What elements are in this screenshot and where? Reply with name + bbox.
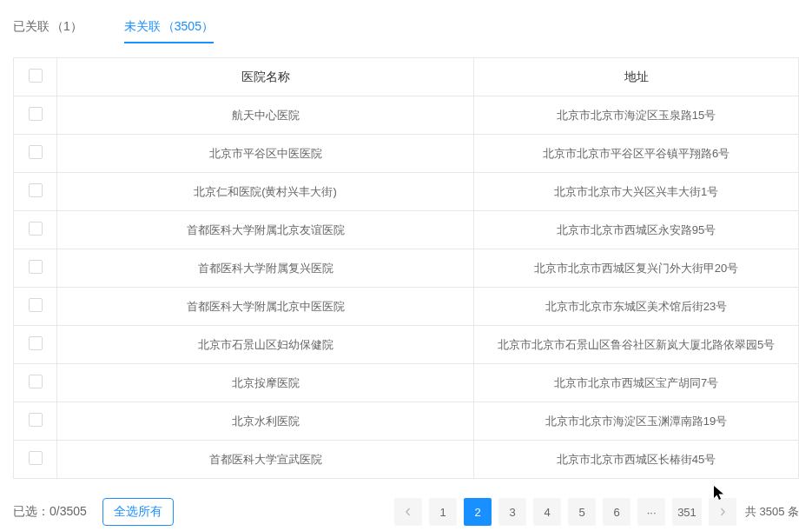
page-number-button[interactable]: 351 — [672, 498, 702, 526]
hospital-name-cell: 北京仁和医院(黄村兴丰大街) — [57, 173, 474, 211]
header-checkbox-cell — [14, 58, 57, 96]
pagination: 123456···351 共 3505 条 — [394, 498, 799, 526]
row-checkbox[interactable] — [29, 145, 43, 159]
chevron-left-icon — [404, 508, 413, 516]
hospital-name-cell: 首都医科大学宣武医院 — [57, 441, 474, 479]
row-checkbox[interactable] — [29, 107, 43, 121]
table-row: 首都医科大学附属复兴医院北京市北京市西城区复兴门外大街甲20号 — [14, 249, 799, 288]
table-row: 北京市石景山区妇幼保健院北京市北京市石景山区鲁谷社区新岚大厦北路依翠园5号 — [14, 326, 799, 364]
hospital-name-cell: 航天中心医院 — [57, 96, 474, 135]
row-checkbox-cell — [14, 364, 57, 402]
page-number-button[interactable]: 1 — [429, 498, 457, 526]
page-number-button[interactable]: 6 — [603, 498, 630, 526]
page-next-button[interactable] — [709, 498, 736, 526]
hospital-address-cell: 北京市北京市海淀区玉渊潭南路19号 — [474, 402, 799, 441]
table-row: 北京按摩医院北京市北京市西城区宝产胡同7号 — [14, 364, 799, 402]
hospital-name-cell: 北京水利医院 — [57, 402, 474, 441]
tab-count: （1） — [51, 19, 83, 35]
table-row: 北京市平谷区中医医院北京市北京市平谷区平谷镇平翔路6号 — [14, 135, 799, 173]
header-name: 医院名称 — [57, 58, 474, 96]
row-checkbox[interactable] — [29, 375, 43, 388]
hospital-address-cell: 北京市北京市西城区宝产胡同7号 — [474, 364, 799, 402]
hospital-address-cell: 北京市北京市平谷区平谷镇平翔路6号 — [474, 135, 799, 173]
row-checkbox-cell — [14, 96, 57, 135]
row-checkbox-cell — [14, 288, 57, 326]
select-all-checkbox[interactable] — [29, 69, 43, 83]
page-total-label: 共 3505 条 — [745, 504, 799, 520]
page-ellipsis[interactable]: ··· — [637, 498, 665, 526]
tab-count: （3505） — [162, 19, 214, 35]
tabs-bar: 已关联 （1） 未关联 （3505） — [13, 12, 799, 44]
hospital-table: 医院名称 地址 航天中心医院北京市北京市海淀区玉泉路15号北京市平谷区中医医院北… — [13, 57, 799, 479]
hospital-name-cell: 首都医科大学附属复兴医院 — [57, 249, 474, 288]
row-checkbox-cell — [14, 135, 57, 173]
page-number-button[interactable]: 3 — [498, 498, 526, 526]
tab-label: 已关联 — [13, 19, 50, 35]
page-number-button[interactable]: 2 — [464, 498, 492, 526]
row-checkbox-cell — [14, 402, 57, 441]
row-checkbox-cell — [14, 441, 57, 479]
hospital-address-cell: 北京市北京市石景山区鲁谷社区新岚大厦北路依翠园5号 — [474, 326, 799, 364]
selected-count-label: 已选：0/3505 — [13, 504, 87, 520]
table-row: 北京仁和医院(黄村兴丰大街)北京市北京市大兴区兴丰大街1号 — [14, 173, 799, 211]
page-prev-button[interactable] — [394, 498, 422, 526]
table-row: 北京水利医院北京市北京市海淀区玉渊潭南路19号 — [14, 402, 799, 441]
hospital-address-cell: 北京市北京市海淀区玉泉路15号 — [474, 96, 799, 135]
table-row: 航天中心医院北京市北京市海淀区玉泉路15号 — [14, 96, 799, 135]
hospital-name-cell: 北京按摩医院 — [57, 364, 474, 402]
hospital-name-cell: 北京市平谷区中医医院 — [57, 135, 474, 173]
tab-associated[interactable]: 已关联 （1） — [13, 12, 83, 43]
hospital-address-cell: 北京市北京市东城区美术馆后街23号 — [474, 288, 799, 326]
row-checkbox-cell — [14, 173, 57, 211]
hospital-name-cell: 首都医科大学附属北京友谊医院 — [57, 211, 474, 249]
row-checkbox[interactable] — [29, 260, 43, 274]
row-checkbox[interactable] — [29, 451, 43, 465]
page-number-button[interactable]: 5 — [568, 498, 596, 526]
row-checkbox-cell — [14, 211, 57, 249]
select-all-button[interactable]: 全选所有 — [102, 498, 174, 526]
page-number-button[interactable]: 4 — [533, 498, 561, 526]
hospital-address-cell: 北京市北京市大兴区兴丰大街1号 — [474, 173, 799, 211]
hospital-name-cell: 北京市石景山区妇幼保健院 — [57, 326, 474, 364]
row-checkbox[interactable] — [29, 222, 43, 236]
table-row: 首都医科大学附属北京中医医院北京市北京市东城区美术馆后街23号 — [14, 288, 799, 326]
row-checkbox-cell — [14, 249, 57, 288]
row-checkbox[interactable] — [29, 413, 43, 427]
row-checkbox[interactable] — [29, 336, 43, 350]
hospital-address-cell: 北京市北京市西城区复兴门外大街甲20号 — [474, 249, 799, 288]
header-address: 地址 — [474, 58, 799, 96]
chevron-right-icon — [718, 508, 727, 516]
footer-left: 已选：0/3505 全选所有 — [13, 498, 174, 526]
tab-unassociated[interactable]: 未关联 （3505） — [124, 12, 214, 43]
row-checkbox-cell — [14, 326, 57, 364]
hospital-address-cell: 北京市北京市西城区长椿街45号 — [474, 441, 799, 479]
tab-label: 未关联 — [124, 19, 161, 35]
hospital-address-cell: 北京市北京市西城区永安路95号 — [474, 211, 799, 249]
table-row: 首都医科大学宣武医院北京市北京市西城区长椿街45号 — [14, 441, 799, 479]
table-row: 首都医科大学附属北京友谊医院北京市北京市西城区永安路95号 — [14, 211, 799, 249]
row-checkbox[interactable] — [29, 298, 43, 312]
row-checkbox[interactable] — [29, 183, 43, 197]
footer-bar: 已选：0/3505 全选所有 123456···351 共 3505 条 — [13, 496, 799, 528]
hospital-name-cell: 首都医科大学附属北京中医医院 — [57, 288, 474, 326]
